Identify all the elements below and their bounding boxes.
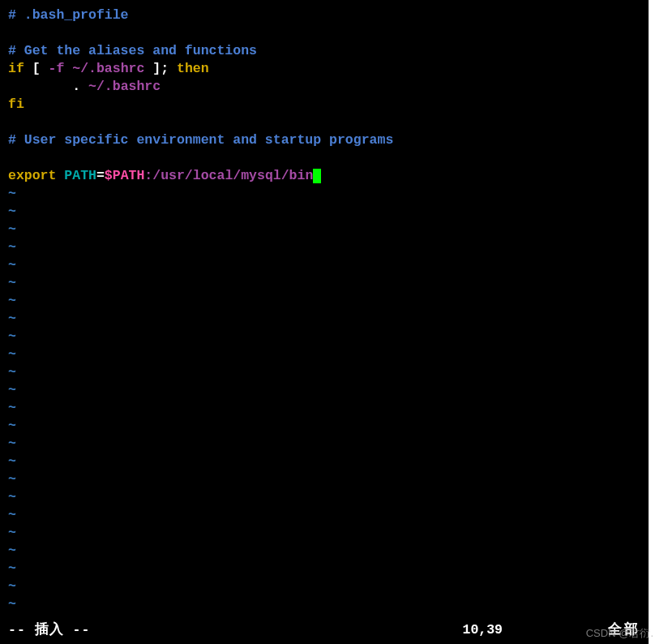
empty-line: ~ — [8, 328, 640, 346]
keyword-export: export — [8, 168, 56, 183]
empty-line: ~ — [8, 595, 640, 613]
tilde-marker: ~ — [8, 400, 16, 415]
empty-line: ~ — [8, 470, 640, 488]
empty-line: ~ — [8, 399, 640, 417]
empty-line: ~ — [8, 560, 640, 577]
code-line-1: # .bash_profile — [8, 6, 640, 24]
code-line-10: export PATH=$PATH:/usr/local/mysql/bin — [8, 167, 640, 185]
tilde-marker: ~ — [8, 596, 16, 612]
tilde-marker: ~ — [8, 525, 16, 540]
watermark-text: CSDN @君衍.⠀ — [586, 626, 662, 641]
tilde-marker: ~ — [8, 186, 16, 201]
empty-line: ~ — [8, 363, 640, 381]
flag-text: -f — [49, 61, 65, 76]
empty-line: ~ — [8, 506, 640, 524]
tilde-marker: ~ — [8, 257, 16, 273]
tilde-marker: ~ — [8, 275, 16, 290]
tilde-marker: ~ — [8, 346, 16, 362]
empty-line: ~ — [8, 203, 640, 221]
tilde-marker: ~ — [8, 293, 16, 308]
code-line-8: # User specific environment and startup … — [8, 131, 640, 149]
tilde-marker: ~ — [8, 418, 16, 433]
path-text: ~/.bashrc — [64, 61, 152, 76]
empty-line: ~ — [8, 346, 640, 363]
tilde-marker: ~ — [8, 560, 16, 576]
code-line-6: fi — [8, 96, 640, 114]
empty-line: ~ — [8, 453, 640, 470]
empty-line: ~ — [8, 435, 640, 453]
tilde-marker: ~ — [8, 311, 16, 326]
keyword-then: then — [177, 61, 209, 76]
equals-sign: = — [96, 168, 105, 183]
indent-text: . — [8, 79, 88, 94]
tilde-marker: ~ — [8, 489, 16, 504]
empty-line: ~ — [8, 488, 640, 506]
space — [56, 168, 64, 183]
comment-text: # User specific environment and startup … — [8, 132, 393, 148]
code-line-7 — [8, 114, 640, 131]
tilde-marker: ~ — [8, 543, 16, 558]
empty-line: ~ — [8, 542, 640, 560]
code-line-2 — [8, 24, 640, 42]
cursor-position: 10,39 — [462, 621, 503, 639]
empty-line: ~ — [8, 310, 640, 328]
tilde-marker: ~ — [8, 221, 16, 237]
empty-line: ~ — [8, 577, 640, 595]
terminal-window[interactable]: # .bash_profile # Get the aliases and fu… — [0, 0, 649, 644]
tilde-marker: ~ — [8, 453, 16, 469]
empty-line: ~ — [8, 238, 640, 256]
cursor-icon — [313, 169, 321, 183]
tilde-marker: ~ — [8, 204, 16, 219]
tilde-marker: ~ — [8, 507, 16, 522]
empty-line: ~ — [8, 256, 640, 274]
empty-line: ~ — [8, 381, 640, 399]
bracket-text: ]; — [152, 61, 177, 76]
tilde-marker: ~ — [8, 471, 16, 487]
comment-text: # Get the aliases and functions — [8, 43, 257, 58]
keyword-fi: fi — [8, 97, 24, 112]
code-line-5: . ~/.bashrc — [8, 78, 640, 96]
empty-line: ~ — [8, 292, 640, 310]
bracket-text: [ — [24, 61, 49, 76]
variable-expansion: $PATH — [105, 168, 145, 183]
path-text: :/usr/local/mysql/bin — [144, 168, 313, 183]
tilde-marker: ~ — [8, 364, 16, 380]
empty-line: ~ — [8, 221, 640, 238]
path-text: ~/.bashrc — [88, 79, 161, 94]
variable-name: PATH — [64, 168, 96, 183]
empty-line: ~ — [8, 524, 640, 542]
vim-status-bar: -- 插入 -- 10,39 全部 — [8, 621, 640, 639]
tilde-marker: ~ — [8, 578, 16, 594]
tilde-marker: ~ — [8, 239, 16, 255]
comment-text: # .bash_profile — [8, 7, 129, 23]
vim-mode-indicator: -- 插入 -- — [8, 621, 90, 639]
code-line-4: if [ -f ~/.bashrc ]; then — [8, 60, 640, 78]
empty-line: ~ — [8, 185, 640, 203]
code-line-9 — [8, 149, 640, 167]
code-line-3: # Get the aliases and functions — [8, 42, 640, 60]
tilde-marker: ~ — [8, 436, 16, 451]
empty-line: ~ — [8, 274, 640, 292]
tilde-marker: ~ — [8, 328, 16, 344]
tilde-marker: ~ — [8, 382, 16, 397]
empty-line: ~ — [8, 417, 640, 435]
keyword-if: if — [8, 61, 24, 76]
